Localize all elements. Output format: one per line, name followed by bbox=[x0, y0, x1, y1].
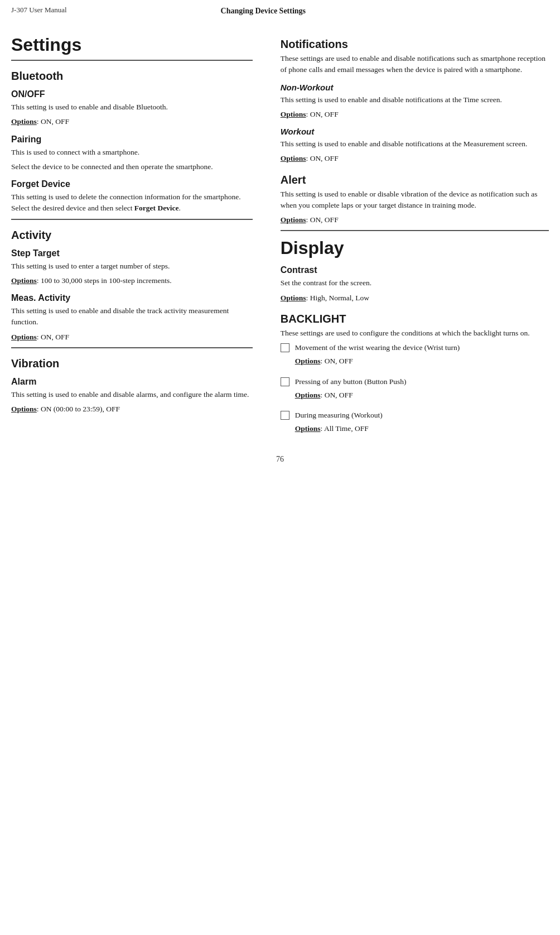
contrast-heading: Contrast bbox=[281, 265, 549, 275]
bluetooth-divider bbox=[11, 60, 253, 61]
workout-options: Options: ON, OFF bbox=[281, 153, 549, 164]
button-push-item: Pressing of any button (Button Push) Opt… bbox=[295, 376, 549, 406]
pairing-body-2: Select the device to be connected and th… bbox=[11, 161, 253, 172]
contrast-body: Set the contrast for the screen. bbox=[281, 277, 549, 289]
alert-heading: Alert bbox=[281, 174, 549, 186]
onoff-body: This setting is used to enable and disab… bbox=[11, 102, 253, 113]
pairing-heading: Pairing bbox=[11, 135, 253, 145]
checkbox-icon-2 bbox=[281, 377, 289, 386]
alert-options: Options: ON, OFF bbox=[281, 214, 549, 226]
settings-main-title: Settings bbox=[11, 35, 253, 55]
page-content: Settings Bluetooth ON/OFF This setting i… bbox=[0, 18, 560, 444]
backlight-body: These settings are used to configure the… bbox=[281, 328, 549, 339]
page-header: J-307 User Manual Changing Device Settin… bbox=[0, 0, 560, 18]
contrast-options: Options: High, Normal, Low bbox=[281, 293, 549, 304]
alert-body: This setting is used to enable or disabl… bbox=[281, 189, 549, 212]
backlight-heading: BACKLIGHT bbox=[281, 313, 549, 325]
backlight-list: Movement of the wrist wearing the device… bbox=[281, 342, 549, 439]
alarm-heading: Alarm bbox=[11, 377, 253, 387]
list-item: Movement of the wrist wearing the device… bbox=[281, 342, 549, 372]
vibration-heading: Vibration bbox=[11, 357, 253, 370]
non-workout-heading: Non-Workout bbox=[281, 83, 549, 92]
workout-body: This setting is used to enable and disab… bbox=[281, 138, 549, 150]
pairing-body-1: This is used to connect with a smartphon… bbox=[11, 147, 253, 158]
non-workout-body: This setting is used to enable and disab… bbox=[281, 94, 549, 106]
activity-heading: Activity bbox=[11, 229, 253, 242]
wrist-turn-text: Movement of the wrist wearing the device… bbox=[295, 343, 460, 352]
onoff-heading: ON/OFF bbox=[11, 89, 253, 99]
wrist-turn-item: Movement of the wrist wearing the device… bbox=[295, 342, 549, 372]
workout-measuring-item: During measuring (Workout) Options: All … bbox=[295, 410, 549, 439]
onoff-options: Options: ON, OFF bbox=[11, 116, 253, 127]
step-target-options: Options: 100 to 30,000 steps in 100-step… bbox=[11, 275, 253, 286]
workout-measuring-options: Options: All Time, OFF bbox=[295, 423, 549, 434]
header-left: J-307 User Manual bbox=[11, 6, 67, 15]
workout-measuring-text: During measuring (Workout) bbox=[295, 411, 383, 419]
meas-activity-options: Options: ON, OFF bbox=[11, 332, 253, 343]
activity-divider bbox=[11, 219, 253, 220]
step-target-body: This setting is used to enter a target n… bbox=[11, 261, 253, 272]
forget-device-body: This setting is used to delete the conne… bbox=[11, 191, 253, 214]
page-title: Changing Device Settings bbox=[67, 6, 460, 16]
alarm-options: Options: ON (00:00 to 23:59), OFF bbox=[11, 404, 253, 415]
display-main-title: Display bbox=[281, 238, 549, 258]
notifications-intro: These settings are used to enable and di… bbox=[281, 53, 549, 76]
non-workout-options: Options: ON, OFF bbox=[281, 109, 549, 120]
notifications-heading: Notifications bbox=[281, 38, 549, 51]
meas-activity-body: This setting is used to enable and disab… bbox=[11, 305, 253, 328]
alarm-body: This setting is used to enable and disab… bbox=[11, 389, 253, 400]
display-divider bbox=[281, 230, 549, 231]
vibration-divider bbox=[11, 347, 253, 348]
page-number: 76 bbox=[276, 455, 284, 463]
checkbox-icon-1 bbox=[281, 343, 289, 352]
page-footer: 76 bbox=[0, 444, 560, 475]
checkbox-icon-3 bbox=[281, 411, 289, 420]
forget-device-heading: Forget Device bbox=[11, 179, 253, 189]
button-push-options: Options: ON, OFF bbox=[295, 390, 549, 401]
bluetooth-heading: Bluetooth bbox=[11, 70, 253, 83]
left-column: Settings Bluetooth ON/OFF This setting i… bbox=[11, 18, 269, 444]
step-target-heading: Step Target bbox=[11, 248, 253, 258]
wrist-turn-options: Options: ON, OFF bbox=[295, 356, 549, 367]
right-column: Notifications These settings are used to… bbox=[269, 18, 549, 444]
list-item: Pressing of any button (Button Push) Opt… bbox=[281, 376, 549, 406]
button-push-text: Pressing of any button (Button Push) bbox=[295, 377, 407, 386]
workout-heading: Workout bbox=[281, 127, 549, 136]
meas-activity-heading: Meas. Activity bbox=[11, 293, 253, 303]
list-item: During measuring (Workout) Options: All … bbox=[281, 410, 549, 439]
